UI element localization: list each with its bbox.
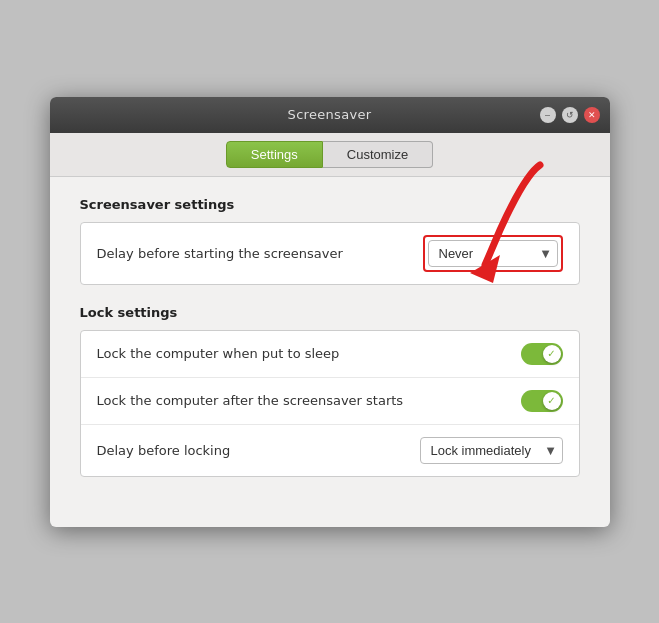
lock-immediately-dropdown[interactable]: Lock immediately 30 seconds 1 minute 2 m… [420, 437, 563, 464]
restore-button[interactable]: ↺ [562, 107, 578, 123]
screensaver-section-title: Screensaver settings [80, 197, 580, 212]
lock-section-title: Lock settings [80, 305, 580, 320]
lock-settings-box: Lock the computer when put to sleep ✓ Lo… [80, 330, 580, 477]
tab-customize[interactable]: Customize [323, 141, 433, 168]
lock-sleep-label: Lock the computer when put to sleep [97, 346, 340, 361]
delay-locking-label: Delay before locking [97, 443, 231, 458]
content-area: Screensaver settings Delay before starti… [50, 177, 610, 527]
lock-screensaver-label: Lock the computer after the screensaver … [97, 393, 404, 408]
lock-sleep-row: Lock the computer when put to sleep ✓ [81, 331, 579, 378]
delay-row: Delay before starting the screensaver Ne… [81, 223, 579, 284]
tab-bar: Settings Customize [50, 133, 610, 177]
close-button[interactable]: ✕ [584, 107, 600, 123]
tab-settings[interactable]: Settings [226, 141, 323, 168]
screensaver-settings-box: Delay before starting the screensaver Ne… [80, 222, 580, 285]
lock-immediately-dropdown-wrapper: Lock immediately 30 seconds 1 minute 2 m… [420, 437, 563, 464]
screensaver-window: Screensaver – ↺ ✕ Settings Customize Scr… [50, 97, 610, 527]
lock-sleep-check-icon: ✓ [547, 348, 555, 359]
titlebar: Screensaver – ↺ ✕ [50, 97, 610, 133]
delay-label: Delay before starting the screensaver [97, 246, 343, 261]
lock-sleep-toggle[interactable]: ✓ [521, 343, 563, 365]
delay-dropdown-highlight: Never 1 minute 2 minutes 3 minutes 5 min… [423, 235, 563, 272]
lock-sleep-toggle-knob: ✓ [543, 345, 561, 363]
window-title: Screensaver [288, 107, 372, 122]
delay-locking-row: Delay before locking Lock immediately 30… [81, 425, 579, 476]
lock-screensaver-toggle[interactable]: ✓ [521, 390, 563, 412]
delay-dropdown-wrapper: Never 1 minute 2 minutes 3 minutes 5 min… [428, 240, 558, 267]
minimize-button[interactable]: – [540, 107, 556, 123]
lock-screensaver-check-icon: ✓ [547, 395, 555, 406]
window-controls: – ↺ ✕ [540, 107, 600, 123]
lock-screensaver-row: Lock the computer after the screensaver … [81, 378, 579, 425]
lock-screensaver-toggle-knob: ✓ [543, 392, 561, 410]
delay-dropdown[interactable]: Never 1 minute 2 minutes 3 minutes 5 min… [428, 240, 558, 267]
